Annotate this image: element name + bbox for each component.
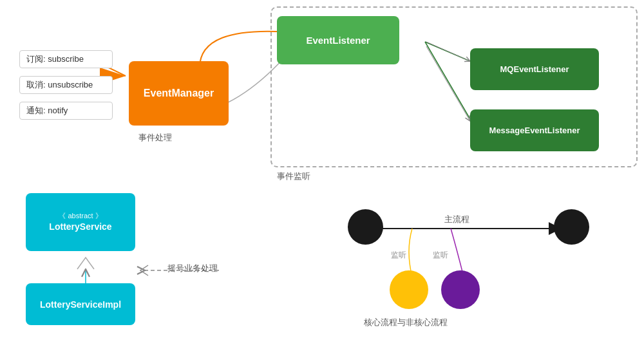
circle-purple <box>441 270 480 309</box>
subscribe-label: 订阅: subscribe <box>19 50 113 68</box>
notify-label: 通知: notify <box>19 102 113 120</box>
dashed-arrowhead <box>140 265 148 276</box>
event-processing-label: 事件处理 <box>138 132 172 144</box>
inheritance-arrow <box>77 258 94 269</box>
circle-yellow <box>390 270 428 309</box>
monitoring-yellow-label: 监听 <box>391 250 406 261</box>
event-listening-label: 事件监听 <box>277 171 310 182</box>
event-manager-box: EventManager <box>129 61 229 126</box>
dialing-business-label: 摇号业务处理 <box>167 263 218 274</box>
circle-black-left <box>348 209 383 245</box>
monitor-purple-line <box>451 229 464 277</box>
diagram-container: 订阅: subscribe 取消: unsubscribe 通知: notify… <box>0 0 644 347</box>
main-flow-label: 主流程 <box>444 214 469 225</box>
circle-black-right <box>554 209 589 245</box>
message-event-listener-box: MessageEventListener <box>470 109 599 151</box>
monitoring-purple-label: 监听 <box>433 250 448 261</box>
mq-event-listener-box: MQEventListener <box>470 48 599 90</box>
lottery-service-impl-box: LotteryServiceImpl <box>26 283 135 325</box>
unsubscribe-label: 取消: unsubscribe <box>19 76 113 94</box>
lottery-service-box: 《 abstract 》 LotteryService <box>26 193 135 251</box>
monitor-yellow-line <box>409 229 412 277</box>
core-flow-label: 核心流程与非核心流程 <box>364 317 448 328</box>
